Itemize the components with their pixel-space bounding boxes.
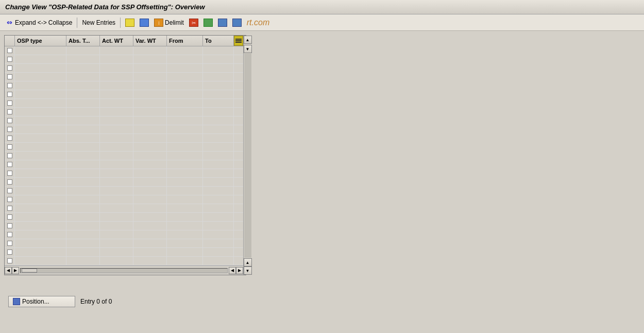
osp-type-cell[interactable] (15, 99, 66, 107)
osp-type-cell[interactable] (15, 64, 66, 72)
act-wt-cell[interactable] (100, 90, 133, 98)
row-checkbox[interactable] (7, 101, 12, 106)
to-cell[interactable] (203, 46, 234, 55)
var-wt-cell[interactable] (133, 222, 167, 230)
row-checkbox[interactable] (7, 232, 12, 237)
to-cell[interactable] (203, 116, 234, 125)
scroll-track[interactable] (20, 268, 228, 273)
from-cell[interactable] (167, 178, 203, 186)
table-row[interactable] (5, 152, 243, 160)
row-checkbox-cell[interactable] (5, 239, 15, 247)
from-cell[interactable] (167, 46, 203, 55)
abs-t-cell[interactable] (66, 239, 100, 247)
from-cell[interactable] (167, 81, 203, 90)
from-cell[interactable] (167, 187, 203, 195)
row-checkbox-cell[interactable] (5, 204, 15, 212)
table-row[interactable] (5, 81, 243, 90)
row-checkbox-cell[interactable] (5, 187, 15, 195)
table-row[interactable] (5, 230, 243, 239)
osp-type-cell[interactable] (15, 195, 66, 204)
abs-t-cell[interactable] (66, 257, 100, 265)
to-cell[interactable] (203, 169, 234, 177)
abs-t-cell[interactable] (66, 222, 100, 230)
from-cell[interactable] (167, 195, 203, 204)
osp-type-cell[interactable] (15, 55, 66, 63)
to-cell[interactable] (203, 73, 234, 81)
row-checkbox-cell[interactable] (5, 81, 15, 90)
to-cell[interactable] (203, 108, 234, 116)
row-checkbox[interactable] (7, 136, 12, 141)
act-wt-cell[interactable] (100, 55, 133, 63)
to-cell[interactable] (203, 143, 234, 151)
act-wt-cell[interactable] (100, 73, 133, 81)
prev-button[interactable] (216, 18, 229, 28)
var-wt-cell[interactable] (133, 187, 167, 195)
table-row[interactable] (5, 222, 243, 230)
to-cell[interactable] (203, 230, 234, 239)
act-wt-cell[interactable] (100, 152, 133, 160)
osp-type-cell[interactable] (15, 222, 66, 230)
abs-t-cell[interactable] (66, 204, 100, 212)
var-wt-cell[interactable] (133, 204, 167, 212)
osp-type-cell[interactable] (15, 143, 66, 151)
var-wt-cell[interactable] (133, 178, 167, 186)
row-checkbox-cell[interactable] (5, 195, 15, 204)
act-wt-cell[interactable] (100, 187, 133, 195)
row-checkbox-cell[interactable] (5, 230, 15, 239)
to-cell[interactable] (203, 187, 234, 195)
table-row[interactable] (5, 187, 243, 195)
from-cell[interactable] (167, 204, 203, 212)
row-checkbox[interactable] (7, 162, 12, 167)
from-cell[interactable] (167, 257, 203, 265)
copy-button[interactable] (123, 18, 137, 28)
osp-type-cell[interactable] (15, 108, 66, 116)
table-row[interactable] (5, 99, 243, 108)
osp-type-cell[interactable] (15, 213, 66, 221)
act-wt-cell[interactable] (100, 204, 133, 212)
row-checkbox[interactable] (7, 57, 12, 62)
act-wt-cell[interactable] (100, 222, 133, 230)
to-cell[interactable] (203, 152, 234, 160)
scroll-left-end-button[interactable]: ▶ (236, 267, 243, 274)
from-cell[interactable] (167, 90, 203, 98)
to-cell[interactable] (203, 99, 234, 107)
row-checkbox[interactable] (7, 188, 12, 193)
osp-type-cell[interactable] (15, 230, 66, 239)
table-row[interactable] (5, 257, 243, 265)
from-cell[interactable] (167, 239, 203, 247)
row-checkbox-cell[interactable] (5, 160, 15, 169)
row-checkbox[interactable] (7, 144, 12, 149)
row-checkbox-cell[interactable] (5, 152, 15, 160)
osp-type-cell[interactable] (15, 204, 66, 212)
act-wt-cell[interactable] (100, 213, 133, 221)
table-row[interactable] (5, 55, 243, 64)
row-checkbox-cell[interactable] (5, 178, 15, 186)
scroll-up-button[interactable]: ▲ (244, 36, 252, 44)
scroll-up-end-button[interactable]: ▲ (244, 258, 252, 267)
row-checkbox-cell[interactable] (5, 257, 15, 265)
to-cell[interactable] (203, 213, 234, 221)
osp-type-cell[interactable] (15, 187, 66, 195)
to-cell[interactable] (203, 160, 234, 169)
act-wt-cell[interactable] (100, 178, 133, 186)
row-checkbox[interactable] (7, 258, 12, 263)
to-cell[interactable] (203, 195, 234, 204)
act-wt-cell[interactable] (100, 195, 133, 204)
from-cell[interactable] (167, 73, 203, 81)
var-wt-cell[interactable] (133, 134, 167, 142)
from-cell[interactable] (167, 222, 203, 230)
abs-t-cell[interactable] (66, 169, 100, 177)
act-wt-cell[interactable] (100, 143, 133, 151)
row-checkbox-cell[interactable] (5, 125, 15, 134)
from-cell[interactable] (167, 152, 203, 160)
table-row[interactable] (5, 178, 243, 187)
abs-t-cell[interactable] (66, 213, 100, 221)
row-checkbox-cell[interactable] (5, 213, 15, 221)
row-checkbox[interactable] (7, 127, 12, 132)
table-row[interactable] (5, 143, 243, 152)
from-cell[interactable] (167, 116, 203, 125)
table-row[interactable] (5, 64, 243, 73)
table-row[interactable] (5, 116, 243, 125)
row-checkbox[interactable] (7, 153, 12, 158)
from-cell[interactable] (167, 248, 203, 256)
